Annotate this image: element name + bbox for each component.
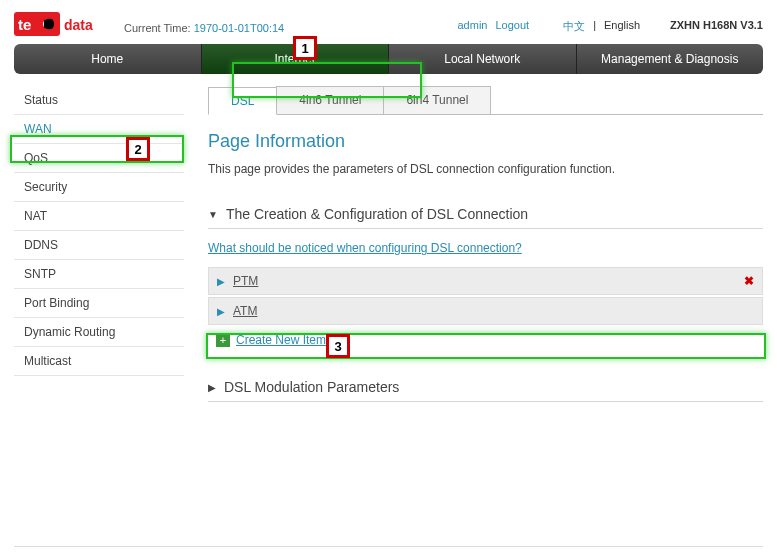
svg-text:te: te (18, 16, 31, 33)
sidebar-item-status[interactable]: Status (14, 86, 184, 115)
section-dsl-connection-title: The Creation & Configuration of DSL Conn… (226, 206, 528, 222)
section-dsl-modulation-title: DSL Modulation Parameters (224, 379, 399, 395)
current-time-label: Current Time: (124, 22, 191, 34)
current-time: Current Time: 1970-01-01T00:14 (124, 22, 284, 40)
plus-icon: + (216, 333, 230, 347)
svg-text:data: data (64, 17, 93, 33)
sidebar-item-security[interactable]: Security (14, 173, 184, 202)
sidebar-item-qos[interactable]: QoS (14, 144, 184, 173)
chevron-right-icon: ▶ (217, 306, 225, 317)
main-content: DSL 4in6 Tunnel 6in4 Tunnel Page Informa… (184, 86, 763, 486)
sidebar: Status WAN QoS Security NAT DDNS SNTP Po… (14, 86, 184, 486)
page-description: This page provides the parameters of DSL… (208, 162, 763, 176)
create-new-item[interactable]: + Create New Item (208, 327, 763, 353)
sidebar-item-sntp[interactable]: SNTP (14, 260, 184, 289)
tab-bar: DSL 4in6 Tunnel 6in4 Tunnel (208, 86, 763, 115)
brand-logo: te data (14, 8, 104, 40)
create-new-item-label: Create New Item (236, 333, 326, 347)
sidebar-item-wan[interactable]: WAN (14, 115, 184, 144)
chevron-right-icon: ▶ (217, 276, 225, 287)
chevron-down-icon: ▼ (208, 209, 218, 220)
tab-4in6[interactable]: 4in6 Tunnel (276, 86, 384, 114)
chevron-right-icon: ▶ (208, 382, 216, 393)
delete-icon[interactable]: ✖ (744, 274, 754, 288)
sidebar-item-nat[interactable]: NAT (14, 202, 184, 231)
sidebar-item-port-binding[interactable]: Port Binding (14, 289, 184, 318)
nav-home[interactable]: Home (14, 44, 202, 74)
top-nav: Home Internet Local Network Management &… (14, 44, 763, 74)
nav-internet[interactable]: Internet (202, 44, 390, 74)
connection-label: ATM (233, 304, 754, 318)
nav-local-network[interactable]: Local Network (389, 44, 577, 74)
user-link[interactable]: admin (458, 19, 488, 34)
sidebar-item-multicast[interactable]: Multicast (14, 347, 184, 376)
logout-link[interactable]: Logout (495, 19, 529, 34)
sidebar-item-ddns[interactable]: DDNS (14, 231, 184, 260)
tab-dsl[interactable]: DSL (208, 87, 277, 115)
section-dsl-modulation[interactable]: ▶ DSL Modulation Parameters (208, 373, 763, 402)
connection-row-atm[interactable]: ▶ ATM (208, 297, 763, 325)
nav-management[interactable]: Management & Diagnosis (577, 44, 764, 74)
section-dsl-connection[interactable]: ▼ The Creation & Configuration of DSL Co… (208, 200, 763, 229)
header-bar: te data Current Time: 1970-01-01T00:14 a… (0, 0, 777, 40)
connection-label: PTM (233, 274, 744, 288)
connection-row-ptm[interactable]: ▶ PTM ✖ (208, 267, 763, 295)
lang-cn-link[interactable]: 中文 (563, 19, 585, 34)
current-time-value: 1970-01-01T00:14 (194, 22, 285, 34)
footer: ©2008-2016 ZTE Corporation. All rights r… (14, 546, 763, 555)
help-link[interactable]: What should be noticed when configuring … (208, 241, 522, 255)
sidebar-item-dynamic-routing[interactable]: Dynamic Routing (14, 318, 184, 347)
lang-en-label: English (604, 19, 640, 34)
tab-6in4[interactable]: 6in4 Tunnel (383, 86, 491, 114)
page-title: Page Information (208, 131, 763, 152)
header-right: admin Logout 中文 | English ZXHN H168N V3.… (458, 19, 764, 40)
lang-separator: | (593, 19, 596, 34)
model-label: ZXHN H168N V3.1 (670, 19, 763, 34)
